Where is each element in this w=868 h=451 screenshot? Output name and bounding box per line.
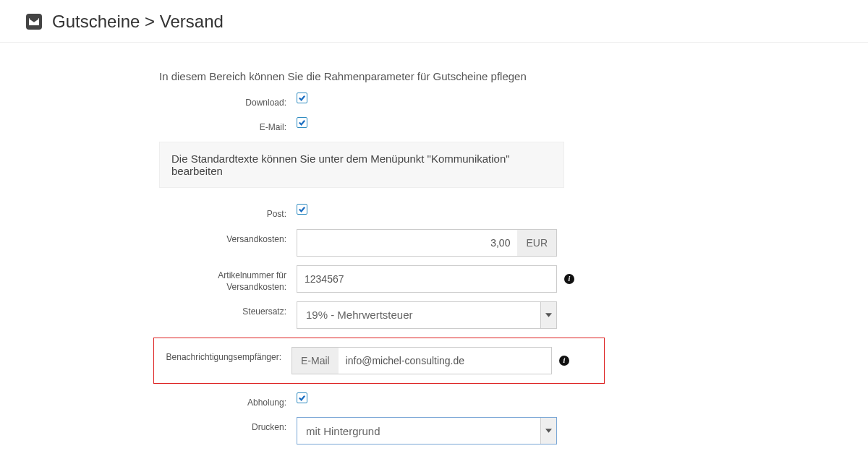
post-label: Post: xyxy=(159,204,297,220)
artikelnummer-label: Artikelnummer für Versandkosten: xyxy=(159,265,297,293)
info-icon[interactable]: i xyxy=(559,356,569,366)
benachrichtigung-input[interactable] xyxy=(339,348,551,374)
steuersatz-value: 19% - Mehrwertsteuer xyxy=(297,302,540,328)
row-steuersatz: Steuersatz: 19% - Mehrwertsteuer xyxy=(159,301,593,329)
versandkosten-unit: EUR xyxy=(517,230,556,256)
abholung-checkbox[interactable] xyxy=(297,392,307,403)
email-checkbox[interactable] xyxy=(297,117,307,128)
row-email: E-Mail: xyxy=(159,117,593,133)
benachrichtigung-prefix: E-Mail xyxy=(292,348,339,374)
intro-text: In diesem Bereich können Sie die Rahmenp… xyxy=(159,70,593,82)
benachrichtigung-label: Benachrichtigungsempfänger: xyxy=(154,347,292,363)
row-drucken: Drucken: mit Hintergrund xyxy=(159,417,593,444)
versandkosten-input[interactable] xyxy=(297,230,517,256)
drucken-label: Drucken: xyxy=(159,417,297,433)
page-header: Gutscheine > Versand xyxy=(0,0,868,43)
download-label: Download: xyxy=(159,93,297,108)
abholung-label: Abholung: xyxy=(159,392,297,408)
info-icon[interactable]: i xyxy=(564,274,574,284)
versandkosten-label: Versandkosten: xyxy=(159,229,297,245)
steuersatz-label: Steuersatz: xyxy=(159,301,297,317)
row-abholung: Abholung: xyxy=(159,392,593,408)
artikelnummer-input[interactable] xyxy=(297,265,557,293)
form-area: In diesem Bereich können Sie die Rahmenp… xyxy=(0,43,593,451)
drucken-select[interactable]: mit Hintergrund xyxy=(297,417,557,444)
download-checkbox[interactable] xyxy=(297,93,307,103)
row-versandkosten: Versandkosten: EUR xyxy=(159,229,593,257)
row-artikelnummer: Artikelnummer für Versandkosten: i xyxy=(159,265,593,293)
email-label: E-Mail: xyxy=(159,117,297,133)
standard-text-note: Die Standardtexte können Sie unter dem M… xyxy=(159,142,564,188)
page-title: Gutscheine > Versand xyxy=(52,12,224,32)
chevron-down-icon xyxy=(540,418,556,444)
post-checkbox[interactable] xyxy=(297,204,307,215)
steuersatz-select[interactable]: 19% - Mehrwertsteuer xyxy=(297,301,557,329)
benachrichtigung-input-group: E-Mail xyxy=(292,347,552,374)
row-download: Download: xyxy=(159,93,593,108)
row-post: Post: xyxy=(159,204,593,220)
chevron-down-icon xyxy=(540,302,556,328)
row-benachrichtigung: Benachrichtigungsempfänger: E-Mail i xyxy=(153,338,605,384)
drucken-value: mit Hintergrund xyxy=(297,418,540,444)
versandkosten-input-group: EUR xyxy=(297,229,557,257)
mail-icon xyxy=(26,14,42,30)
